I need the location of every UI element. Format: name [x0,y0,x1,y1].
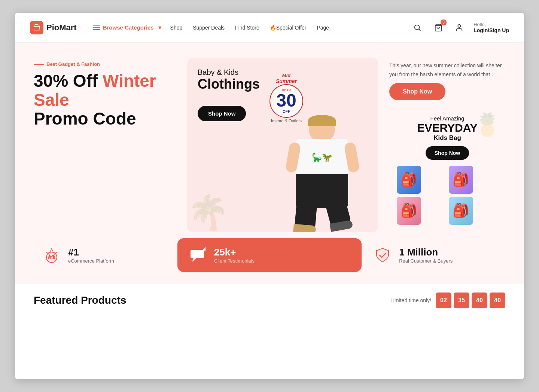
stat-text-highlighted: 25k+ Client Testimonials [214,246,255,264]
hero-right-column: This year, our new summer collection wil… [389,58,505,232]
bag-item-1 [397,166,421,194]
pineapple-decoration: 🍍 [473,111,502,138]
login-label[interactable]: Login/Sign Up [473,27,509,33]
account-button[interactable] [453,21,466,34]
hero-title-line1: 30% Off Winter Sale [34,71,176,109]
logo-text: PioMart [46,23,77,33]
stats-section: #1 #1 eCommerce Platform [15,232,524,283]
mid-summer-badge: Mid Summer UP TO 30 OFF Instore & Outlet… [270,73,303,123]
timer-boxes: 02 35 40 40 [436,293,505,308]
svg-point-0 [415,25,420,30]
nav-page[interactable]: Page [317,25,329,31]
stat-item-1: #1 #1 eCommerce Platform [34,239,174,272]
boy-figure: 🦕🦖 [284,116,359,232]
center-banner-card: 🌴 Baby & Kids Clothings Shop Now Mid Sum… [187,58,378,232]
timer-box-3: 40 [472,293,487,308]
hero-shop-now-button[interactable]: Shop Now [389,83,445,100]
chevron-down-icon: ▾ [158,24,161,31]
testimonial-icon [188,246,207,264]
medal-icon: #1 [41,245,62,266]
featured-products-bar: Featured Products Limited time only! 02 … [15,283,524,317]
stat-text-3: 1 Million Real Customer & Buyers [399,246,453,264]
hello-text: Hello, [473,22,486,27]
cart-badge: 0 [441,19,447,25]
boy-image: 🦕🦖 [273,113,371,232]
bag-item-4 [449,197,473,225]
everyday-shop-button[interactable]: Shop Now [426,146,469,160]
header-actions: 0 Hello, Login/Sign Up [411,21,509,34]
bag-item-3 [397,197,421,225]
timer-section: Limited time only! 02 35 40 40 [390,293,505,308]
svg-point-10 [196,253,198,255]
hamburger-icon [93,25,100,30]
hero-title-line2: Promo Code [34,109,176,128]
stat-item-highlighted: 25k+ Client Testimonials [177,238,362,272]
logo-icon [30,21,43,34]
nav-special-offer[interactable]: 🔥Special Offer [270,25,307,31]
hero-description-block: This year, our new summer collection wil… [389,58,505,100]
shield-check-icon [372,245,393,266]
banner-shop-now-button[interactable]: Shop Now [198,106,246,121]
featured-products-title: Featured Products [34,294,126,306]
best-tag: Best Gadget & Fashion [34,61,176,67]
stats-row: #1 #1 eCommerce Platform [34,232,505,283]
timer-label: Limited time only! [390,297,431,303]
svg-marker-12 [203,247,205,251]
search-button[interactable] [411,21,424,34]
browse-categories-button[interactable]: Browse Categories ▾ [88,21,167,34]
best-tag-line [34,64,44,65]
timer-box-4: 40 [490,293,505,308]
logo[interactable]: PioMart [30,21,77,34]
cart-button[interactable]: 0 [432,21,445,34]
svg-marker-8 [192,258,197,262]
bags-grid [397,166,498,225]
hero-text-left: Best Gadget & Fashion 30% Off Winter Sal… [34,58,176,232]
timer-box-1: 02 [436,293,451,308]
timer-box-2: 35 [454,293,469,308]
bag-item-2 [449,166,473,194]
svg-point-11 [199,253,201,255]
svg-line-1 [419,29,420,31]
mid-summer-circle: UP TO 30 OFF [270,84,303,118]
palm-decoration: 🌴 [187,193,229,232]
stat-item-3: 1 Million Real Customer & Buyers [365,239,505,272]
stat-text-1: #1 eCommerce Platform [68,246,114,264]
svg-point-3 [458,24,460,27]
nav-supper-deals[interactable]: Supper Deals [193,25,225,31]
nav-find-store[interactable]: Find Store [235,25,259,31]
everyday-card: 🍍 Feel Amazing EVERYDAY Kids Bag Shop No… [389,108,505,232]
main-nav: Shop Supper Deals Find Store 🔥Special Of… [170,25,411,31]
nav-shop[interactable]: Shop [170,25,183,31]
login-section[interactable]: Hello, Login/Sign Up [473,22,509,33]
svg-point-9 [193,253,195,255]
